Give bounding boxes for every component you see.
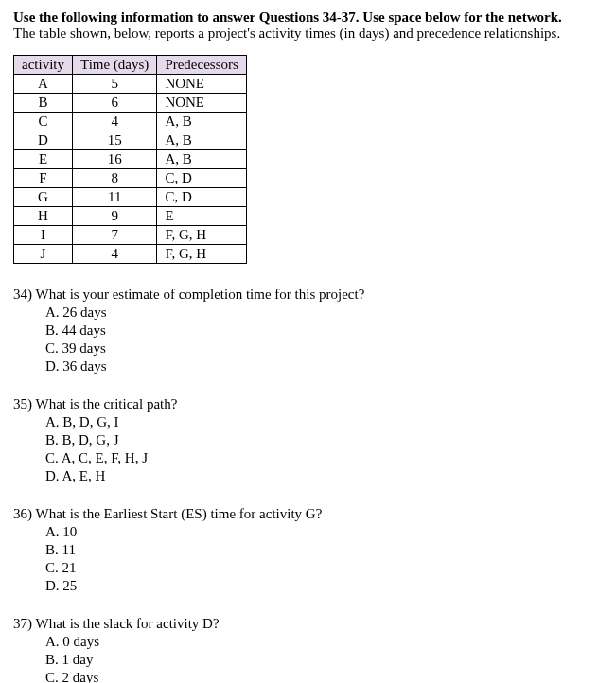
table-row: A5NONE xyxy=(14,75,247,94)
cell-activity: B xyxy=(14,94,73,113)
question-prompt: 37) What is the slack for activity D? xyxy=(13,616,603,632)
question: 35) What is the critical path?A. B, D, G… xyxy=(13,396,603,485)
question: 37) What is the slack for activity D?A. … xyxy=(13,616,603,683)
option: B. 11 xyxy=(45,541,603,559)
cell-activity: E xyxy=(14,150,73,169)
cell-activity: J xyxy=(14,245,73,264)
table-header-row: activity Time (days) Predecessors xyxy=(14,56,247,75)
table-row: H9E xyxy=(14,207,247,226)
option: D. 36 days xyxy=(45,358,603,376)
option: C. 21 xyxy=(45,559,603,577)
option: B. 44 days xyxy=(45,322,603,340)
cell-predecessors: F, G, H xyxy=(157,226,247,245)
option: B. 1 day xyxy=(45,651,603,669)
table-row: G11C, D xyxy=(14,188,247,207)
cell-predecessors: NONE xyxy=(157,75,247,94)
cell-time: 4 xyxy=(73,113,157,131)
question-prompt: 35) What is the critical path? xyxy=(13,396,603,412)
table-row: C4A, B xyxy=(14,113,247,131)
cell-activity: D xyxy=(14,131,73,150)
option: A. B, D, G, I xyxy=(45,413,603,431)
cell-predecessors: A, B xyxy=(157,113,247,131)
option: C. 39 days xyxy=(45,340,603,358)
options-list: A. 0 daysB. 1 dayC. 2 daysD. 3 days xyxy=(45,633,603,683)
question-prompt: 36) What is the Earliest Start (ES) time… xyxy=(13,506,603,522)
table-row: D15A, B xyxy=(14,131,247,150)
table-row: E16A, B xyxy=(14,150,247,169)
cell-time: 4 xyxy=(73,245,157,264)
options-list: A. 26 daysB. 44 daysC. 39 daysD. 36 days xyxy=(45,304,603,376)
header-predecessors: Predecessors xyxy=(157,56,247,75)
cell-activity: G xyxy=(14,188,73,207)
cell-activity: C xyxy=(14,113,73,131)
table-row: J4F, G, H xyxy=(14,245,247,264)
cell-time: 9 xyxy=(73,207,157,226)
table-row: B6NONE xyxy=(14,94,247,113)
cell-activity: I xyxy=(14,226,73,245)
option: D. A, E, H xyxy=(45,467,603,485)
option: A. 26 days xyxy=(45,304,603,322)
cell-time: 5 xyxy=(73,75,157,94)
cell-predecessors: C, D xyxy=(157,169,247,188)
question: 34) What is your estimate of completion … xyxy=(13,287,603,376)
table-row: I7F, G, H xyxy=(14,226,247,245)
header-activity: activity xyxy=(14,56,73,75)
instructions-sub: The table shown, below, reports a projec… xyxy=(13,26,560,41)
question: 36) What is the Earliest Start (ES) time… xyxy=(13,506,603,595)
cell-activity: H xyxy=(14,207,73,226)
cell-predecessors: C, D xyxy=(157,188,247,207)
options-list: A. 10B. 11C. 21D. 25 xyxy=(45,523,603,595)
activity-table: activity Time (days) Predecessors A5NONE… xyxy=(13,55,247,264)
option: C. 2 days xyxy=(45,669,603,683)
cell-predecessors: NONE xyxy=(157,94,247,113)
cell-predecessors: A, B xyxy=(157,131,247,150)
cell-time: 15 xyxy=(73,131,157,150)
cell-time: 6 xyxy=(73,94,157,113)
option: C. A, C, E, F, H, J xyxy=(45,449,603,467)
cell-time: 16 xyxy=(73,150,157,169)
question-prompt: 34) What is your estimate of completion … xyxy=(13,287,603,303)
instructions-bold: Use the following information to answer … xyxy=(13,9,562,25)
cell-activity: F xyxy=(14,169,73,188)
option: A. 0 days xyxy=(45,633,603,651)
header-time: Time (days) xyxy=(73,56,157,75)
option: B. B, D, G, J xyxy=(45,431,603,449)
cell-activity: A xyxy=(14,75,73,94)
option: D. 25 xyxy=(45,577,603,595)
options-list: A. B, D, G, IB. B, D, G, JC. A, C, E, F,… xyxy=(45,413,603,485)
cell-predecessors: A, B xyxy=(157,150,247,169)
cell-predecessors: E xyxy=(157,207,247,226)
cell-predecessors: F, G, H xyxy=(157,245,247,264)
instructions: Use the following information to answer … xyxy=(13,9,603,42)
cell-time: 7 xyxy=(73,226,157,245)
table-row: F8C, D xyxy=(14,169,247,188)
option: A. 10 xyxy=(45,523,603,541)
cell-time: 8 xyxy=(73,169,157,188)
cell-time: 11 xyxy=(73,188,157,207)
